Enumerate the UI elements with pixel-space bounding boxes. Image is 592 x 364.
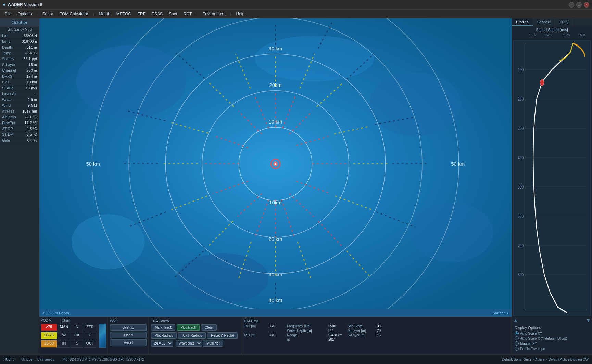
reset-replot-button[interactable]: Reset & Replot — [207, 332, 238, 339]
display-options-title: Display Options — [515, 326, 589, 330]
reset-button-wvs[interactable]: Reset — [110, 339, 147, 346]
range-value: 5.438 km — [328, 333, 345, 337]
svg-point-4 — [411, 203, 493, 262]
svg-text:300: 300 — [518, 125, 524, 131]
s-layer-value: 15 — [377, 333, 387, 337]
hub-status: HUB: 0 — [3, 358, 14, 361]
info-row-salinity: Salinity38.1 ppt — [0, 56, 39, 62]
depth-left: < 3988 m Depth — [42, 311, 69, 315]
pod-label: POD % — [41, 318, 52, 322]
map-area[interactable]: 10 km 20km 30 km 40 km 10km 20 km 30 km … — [39, 18, 512, 309]
pod-row1-pod: >75 — [41, 324, 57, 331]
waypoints-select[interactable]: Waypoints — [176, 340, 202, 347]
wvs-label: WVS — [110, 319, 147, 323]
pod-row1-col1: MAN — [58, 324, 70, 331]
month-header[interactable]: October — [0, 18, 39, 27]
clear-button[interactable]: Clear — [201, 324, 217, 331]
plot-track-button[interactable]: Plot Track — [177, 324, 199, 331]
blank1 — [243, 329, 267, 333]
info-row-wave: Wave0.9 m — [0, 97, 39, 103]
location-status: October – Bathymetry — [21, 358, 54, 361]
close-button[interactable]: × — [584, 2, 589, 8]
menu-sonar[interactable]: Sonar — [40, 11, 56, 17]
menu-sep4: | — [229, 12, 233, 16]
radio-manual-xy-dot — [515, 341, 519, 346]
scroll-down-arrow[interactable]: ▼ — [586, 317, 591, 323]
svg-point-5 — [255, 36, 374, 81]
multiplot-button[interactable]: MultiPlot — [203, 340, 223, 347]
radio-auto-scale-xy-dot — [515, 331, 519, 335]
statusbar: HUB: 0 October – Bathymetry -M0- SD4 SS3… — [0, 354, 592, 364]
tda-control-panel: TDA Control Mark Track Plot Track Clear … — [149, 317, 241, 354]
menu-esas[interactable]: ESAS — [149, 11, 165, 17]
radio-profile-envelope[interactable]: Profile Envelope — [515, 347, 589, 351]
pod-panel: POD % Chart >75 MAN N ZTD 50-75 W OK E 2… — [39, 317, 108, 354]
pod-row3-pod: 25-50 — [41, 340, 57, 348]
center-panel: 10 km 20km 30 km 40 km 10km 20 km 30 km … — [39, 18, 512, 354]
scroll-up-arrow[interactable]: ▲ — [513, 317, 518, 323]
minimize-button[interactable]: – — [569, 2, 574, 8]
menu-spot[interactable]: Spot — [166, 11, 180, 17]
info-row-channel: Channel200 m — [0, 68, 39, 74]
info-rows: Lat35°03'NLong016°00'EDepth811 mTemp23.4… — [0, 33, 39, 143]
info-row-at-dp: AT-DP4.8 °C — [0, 126, 39, 132]
info-row-s-layer: S-Layer15 m — [0, 62, 39, 68]
map-svg[interactable]: 10 km 20km 30 km 40 km 10km 20 km 30 km … — [39, 18, 512, 309]
overlay-button[interactable]: Overlay — [110, 324, 147, 331]
svg-point-6 — [177, 253, 269, 303]
sound-speed-title: Sound Speed [m/s] — [512, 26, 592, 33]
menu-file[interactable]: File — [2, 11, 14, 17]
icpt-radials-button[interactable]: ICPT Radials — [178, 332, 206, 339]
menubar: File Options | Sonar FOM Calculator | Mo… — [0, 10, 592, 18]
ss-axis-1525: 1525 — [563, 33, 570, 37]
menu-erf[interactable]: ERF — [135, 11, 148, 17]
at-value: 281° — [328, 338, 345, 341]
tab-seabed[interactable]: Seabed — [533, 18, 555, 26]
menu-metoc[interactable]: METOC — [114, 11, 134, 17]
app-logo: ◆ — [3, 2, 5, 7]
s-layer-label: S-Layer [m] — [348, 333, 375, 337]
at-label: at — [287, 338, 326, 341]
menu-month[interactable]: Month — [96, 11, 113, 17]
frequency-label: Frequency [Hz] — [287, 324, 326, 328]
tab-profiles[interactable]: Profiles — [512, 18, 533, 26]
tgd-value: 145 — [269, 333, 285, 337]
info-row-airpres: AirPres1017 mb — [0, 108, 39, 114]
info-row-lat: Lat35°03'N — [0, 33, 39, 39]
menu-environment[interactable]: Environment — [200, 11, 228, 17]
info-row-wind: Wind9.5 kt — [0, 103, 39, 108]
radio-manual-xy[interactable]: Manual XY — [515, 341, 589, 346]
menu-fom[interactable]: FOM Calculator — [57, 11, 91, 17]
svg-text:200: 200 — [518, 96, 524, 102]
sediment-type: Silt, Sandy Mud — [0, 27, 39, 33]
restore-button[interactable]: □ — [576, 2, 582, 8]
svg-text:100: 100 — [518, 67, 524, 73]
bottom-panel: POD % Chart >75 MAN N ZTD 50-75 W OK E 2… — [39, 317, 512, 354]
sea-state-label: Sea State — [348, 324, 375, 328]
ss-axis-1515: 1515 — [529, 33, 536, 37]
info-row-depth: Depth811 m — [0, 44, 39, 50]
display-options: Display Options Auto Scale XY Auto Scale… — [512, 323, 592, 354]
info-row-st-dp: ST-DP6.5 °C — [0, 132, 39, 138]
chart-label: Chart — [62, 318, 70, 322]
svg-text:20 km: 20 km — [268, 236, 282, 242]
tab-dtsv[interactable]: DTSV — [555, 18, 573, 26]
pod-row2-col3: E — [84, 332, 96, 339]
profile-tabs: Profiles Seabed DTSV — [512, 18, 592, 26]
radio-auto-scale-xy[interactable]: Auto Scale XY — [515, 331, 589, 335]
svg-text:700: 700 — [518, 242, 524, 248]
svg-text:50 km: 50 km — [451, 161, 465, 167]
menu-rct[interactable]: RCT — [181, 11, 195, 17]
svg-point-24 — [275, 163, 276, 165]
plot-radials-button[interactable]: Plot Radials — [151, 332, 177, 339]
codes-status: -M0- SD4 SS3 PT1 PS0 SL200 SG0 DF0 TS25 … — [62, 358, 144, 361]
pod-row3-col3: OUT — [84, 340, 96, 348]
radio-auto-scale-x[interactable]: Auto Scale X (Y default=500m) — [515, 336, 589, 340]
mark-track-button[interactable]: Mark Track — [151, 324, 175, 331]
menu-options[interactable]: Options — [15, 11, 34, 17]
flood-button[interactable]: Flood — [110, 332, 147, 338]
svg-point-3 — [72, 214, 145, 269]
tda-size-select[interactable]: 24 × 15 — [151, 340, 173, 347]
info-row-cz1: CZ10.0 km — [0, 79, 39, 85]
menu-help[interactable]: Help — [233, 11, 247, 17]
